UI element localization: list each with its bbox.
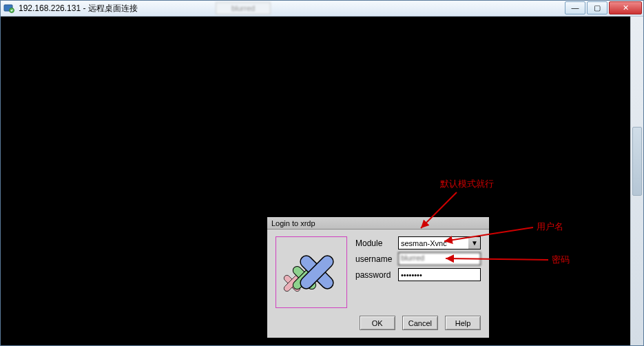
remote-desktop-canvas: Login to xrdp — [1, 17, 643, 345]
rdp-window: 192.168.226.131 - 远程桌面连接 blurred — ▢ ✕ L… — [0, 0, 644, 346]
outer-titlebar[interactable]: 192.168.226.131 - 远程桌面连接 blurred — ▢ ✕ — [1, 1, 643, 17]
username-label: username — [355, 254, 398, 264]
cancel-button[interactable]: Cancel — [402, 316, 438, 330]
maximize-button[interactable]: ▢ — [587, 1, 607, 14]
xrdp-logo — [276, 236, 347, 308]
minimize-button[interactable]: — — [565, 1, 585, 14]
xrdp-button-row: OK Cancel Help — [360, 316, 481, 330]
module-select-wrap: sesman-Xvnc ▼ — [398, 236, 481, 250]
help-button[interactable]: Help — [445, 316, 481, 330]
close-button[interactable]: ✕ — [609, 1, 642, 14]
annotation-username: 用户名 — [537, 221, 563, 233]
annotation-password: 密码 — [552, 254, 570, 266]
module-select[interactable]: sesman-Xvnc — [398, 236, 481, 250]
module-row: Module sesman-Xvnc ▼ — [355, 236, 481, 250]
password-row: password — [355, 268, 481, 281]
username-row: username blurred — [355, 252, 481, 265]
xrdp-dialog-title[interactable]: Login to xrdp — [267, 217, 489, 230]
xrdp-login-dialog: Login to xrdp — [267, 216, 490, 338]
module-label: Module — [355, 238, 398, 248]
blurred-tab: blurred — [216, 2, 271, 14]
ok-button[interactable]: OK — [360, 316, 395, 330]
window-controls: — ▢ ✕ — [565, 1, 642, 14]
username-input[interactable]: blurred — [398, 252, 481, 265]
xrdp-dialog-body: Module sesman-Xvnc ▼ username blurred pa… — [267, 230, 489, 338]
window-title: 192.168.226.131 - 远程桌面连接 — [19, 3, 138, 14]
xrdp-title-text: Login to xrdp — [271, 219, 315, 227]
annotation-module: 默认模式就行 — [440, 178, 494, 190]
scrollbar-thumb[interactable] — [632, 127, 642, 196]
rdp-icon — [3, 3, 14, 14]
password-input[interactable] — [398, 268, 481, 281]
password-label: password — [355, 270, 398, 280]
